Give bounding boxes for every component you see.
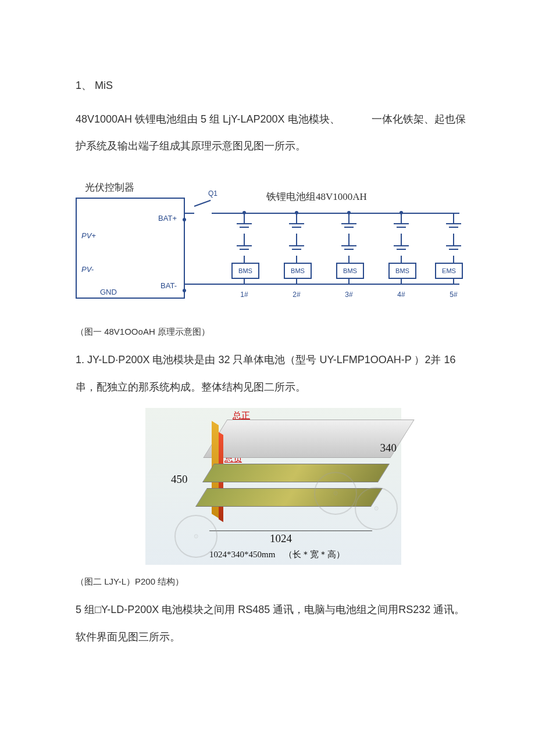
section-heading: 1、 MiS — [76, 74, 471, 98]
dimension-340: 340 — [380, 442, 397, 454]
figure-1-title: 铁锂电池组48V1000AH — [266, 190, 367, 203]
figure-1: 光伏控制器 Q1 铁锂电池组48V1000AH BAT+ PV+ PV- BAT… — [76, 181, 459, 320]
figure-2-subcaption: 1024*340*450mm （长＊宽＊高） — [209, 549, 345, 560]
column-index: 5# — [436, 291, 471, 299]
label-pv-plus: PV+ — [81, 231, 96, 240]
dimension-1024: 1024 — [270, 532, 292, 545]
label-bat-plus: BAT+ — [158, 214, 177, 223]
switch-label: Q1 — [208, 189, 217, 198]
column-index: 2# — [279, 291, 314, 299]
battery-column-1: BMS 1# — [227, 213, 262, 306]
controller-box: BAT+ PV+ PV- BAT- GND — [76, 198, 185, 299]
figure-2-caption: （图二 LJY-L）P200 结构） — [76, 573, 471, 590]
watermark-icon: ⊙ — [355, 487, 398, 530]
column-index: 3# — [331, 291, 366, 299]
column-index: 4# — [384, 291, 419, 299]
dimension-450: 450 — [171, 473, 188, 486]
label-gnd: GND — [100, 288, 117, 296]
ems-box: EMS — [435, 263, 463, 279]
figure-1-caption: （图一 48V1OOoAH 原理示意图） — [76, 323, 471, 341]
bms-box: BMS — [231, 263, 259, 279]
paragraph-3: 5 组□Y-LD-P200X 电池模块之间用 RS485 通讯，电脑与电池组之间… — [76, 596, 471, 651]
label-bat-minus: BAT- — [160, 281, 177, 290]
battery-column-5: EMS 5# — [436, 213, 459, 306]
switch-gap — [194, 210, 212, 216]
node-icon — [183, 218, 186, 221]
watermark-icon: ⊙ — [314, 472, 357, 515]
document-page: 1、 MiS 48V1000AH 铁锂电池组由 5 组 LjY-LAP200X … — [0, 0, 535, 756]
column-index: 1# — [227, 291, 262, 299]
module-slab-1 — [202, 464, 390, 482]
label-pv-minus: PV- — [81, 265, 94, 274]
node-icon — [183, 289, 186, 292]
bms-box: BMS — [284, 263, 312, 279]
bms-box: BMS — [336, 263, 364, 279]
dimension-line-icon — [209, 531, 373, 531]
battery-column-3: BMS 3# — [331, 213, 366, 306]
section-title: MiS — [95, 80, 113, 91]
watermark-icon: ⊙ — [174, 515, 217, 558]
paragraph-2: 1. JY-LD·P200X 电池模块是由 32 只单体电池（型号 UY-LFM… — [76, 346, 471, 401]
paragraph-1: 48V1000AH 铁锂电池组由 5 组 LjY-LAP200X 电池模块、 一… — [76, 106, 471, 160]
bms-box: BMS — [388, 263, 416, 279]
figure-1-schematic: Q1 铁锂电池组48V1000AH BAT+ PV+ PV- BAT- GND — [76, 192, 459, 320]
figure-2: 总正 总负 340 450 1024 1024*340*450mm （长＊宽＊高… — [145, 408, 401, 565]
switch-arm-icon — [194, 200, 211, 207]
battery-column-2: BMS 2# — [279, 213, 314, 306]
section-number: 1、 — [76, 80, 92, 91]
battery-column-4: BMS 4# — [384, 213, 419, 306]
